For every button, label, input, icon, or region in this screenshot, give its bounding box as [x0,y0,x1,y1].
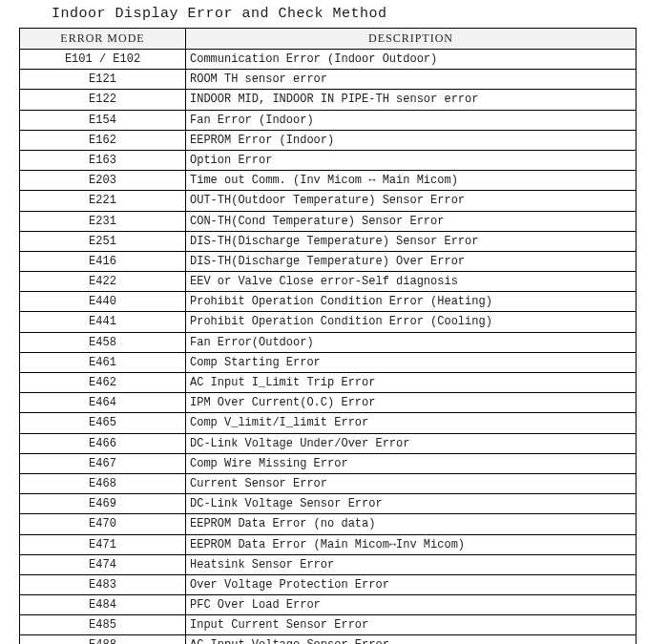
table-row: E122INDOOR MID, INDOOR IN PIPE-TH sensor… [20,90,637,110]
description-cell: DC-Link Voltage Under/Over Error [186,433,637,453]
description-cell: CON-TH(Cond Temperature) Sensor Error [186,211,637,231]
error-mode-cell: E163 [20,150,186,170]
error-mode-cell: E462 [20,373,186,393]
description-cell: EEPROM Data Error (no data) [186,514,637,534]
error-mode-cell: E440 [20,292,186,312]
error-mode-cell: E251 [20,231,186,251]
error-mode-cell: E122 [20,90,186,110]
col-header-mode: ERROR MODE [20,29,186,50]
table-row: E462AC Input I_Limit Trip Error [20,373,637,393]
table-row: E467Comp Wire Missing Error [20,453,637,473]
col-header-desc: DESCRIPTION [186,29,637,50]
table-row: E470EEPROM Data Error (no data) [20,514,637,534]
table-row: E458 Fan Error(Outdoor) [20,332,637,352]
table-row: E483Over Voltage Protection Error [20,574,637,594]
error-mode-cell: E469 [20,494,186,514]
error-mode-cell: E465 [20,413,186,433]
table-row: E121ROOM TH sensor error [20,70,637,90]
error-mode-cell: E458 [20,332,186,352]
error-mode-cell: E231 [20,211,186,231]
table-row: E101 / E102Communication Error (Indoor O… [20,50,637,70]
description-cell: DC-Link Voltage Sensor Error [186,494,637,514]
description-cell: Comp Wire Missing Error [186,453,637,473]
description-cell: DIS-TH(Discharge Temperature) Sensor Err… [186,231,637,251]
description-cell: AC Input I_Limit Trip Error [186,373,637,393]
description-cell: OUT-TH(Outdoor Temperature) Sensor Error [186,191,637,211]
error-mode-cell: E422 [20,272,186,292]
table-row: E469DC-Link Voltage Sensor Error [20,494,637,514]
table-row: E474Heatsink Sensor Error [20,554,637,574]
description-cell: ROOM TH sensor error [186,70,637,90]
error-mode-cell: E485 [20,615,186,635]
table-row: E465Comp V_limit/I_limit Error [20,413,637,433]
error-mode-cell: E121 [20,70,186,90]
description-cell: Over Voltage Protection Error [186,574,637,594]
error-mode-cell: E466 [20,433,186,453]
error-mode-cell: E483 [20,574,186,594]
table-row: E466DC-Link Voltage Under/Over Error [20,433,637,453]
error-mode-cell: E470 [20,514,186,534]
description-cell: Current Sensor Error [186,473,637,493]
error-mode-cell: E474 [20,554,186,574]
error-mode-cell: E467 [20,453,186,473]
table-body: E101 / E102Communication Error (Indoor O… [20,50,637,645]
table-row: E221OUT-TH(Outdoor Temperature) Sensor E… [20,191,637,211]
page-title: Indoor Display Error and Check Method [52,6,649,22]
error-mode-cell: E162 [20,130,186,150]
table-row: E440Prohibit Operation Condition Error (… [20,292,637,312]
table-row: E471EEPROM Data Error (Main Micom↔Inv Mi… [20,534,637,554]
error-mode-cell: E101 / E102 [20,50,186,70]
table-row: E162EEPROM Error (Indoor) [20,130,637,150]
table-row: E163Option Error [20,150,637,170]
error-mode-cell: E488 [20,635,186,644]
table-row: E485Input Current Sensor Error [20,615,637,635]
page: Indoor Display Error and Check Method ER… [0,0,668,644]
table-row: E154Fan Error (Indoor) [20,110,637,130]
table-row: E484PFC Over Load Error [20,595,637,615]
error-mode-cell: E203 [20,171,186,191]
table-header: ERROR MODE DESCRIPTION [20,29,637,50]
table-header-row: ERROR MODE DESCRIPTION [20,29,637,50]
description-cell: Option Error [186,150,637,170]
description-cell: Heatsink Sensor Error [186,554,637,574]
table-row: E488AC Input Voltage Sensor Error [20,635,637,644]
table-row: E441Prohibit Operation Condition Error (… [20,312,637,332]
description-cell: PFC Over Load Error [186,595,637,615]
description-cell: DIS-TH(Discharge Temperature) Over Error [186,251,637,271]
error-mode-cell: E464 [20,393,186,413]
description-cell: EEPROM Error (Indoor) [186,130,637,150]
table-row: E203Time out Comm. (Inv Micom ↔ Main Mic… [20,171,637,191]
description-cell: EEPROM Data Error (Main Micom↔Inv Micom) [186,534,637,554]
description-cell: INDOOR MID, INDOOR IN PIPE-TH sensor err… [186,90,637,110]
error-mode-cell: E221 [20,191,186,211]
error-mode-cell: E154 [20,110,186,130]
description-cell: Prohibit Operation Condition Error (Heat… [186,292,637,312]
description-cell: Comp Starting Error [186,352,637,372]
error-mode-cell: E461 [20,352,186,372]
error-mode-cell: E441 [20,312,186,332]
table-row: E464IPM Over Current(O.C) Error [20,393,637,413]
description-cell: AC Input Voltage Sensor Error [186,635,637,644]
table-row: E251DIS-TH(Discharge Temperature) Sensor… [20,231,637,251]
description-cell: Fan Error(Outdoor) [186,332,637,352]
description-cell: Comp V_limit/I_limit Error [186,413,637,433]
table-row: E416DIS-TH(Discharge Temperature) Over E… [20,251,637,271]
description-cell: IPM Over Current(O.C) Error [186,393,637,413]
error-mode-cell: E484 [20,595,186,615]
description-cell: Communication Error (Indoor Outdoor) [186,50,637,70]
description-cell: Time out Comm. (Inv Micom ↔ Main Micom) [186,171,637,191]
description-cell: Input Current Sensor Error [186,615,637,635]
table-row: E231CON-TH(Cond Temperature) Sensor Erro… [20,211,637,231]
table-row: E461Comp Starting Error [20,352,637,372]
error-mode-cell: E468 [20,473,186,493]
error-mode-cell: E416 [20,251,186,271]
description-cell: Fan Error (Indoor) [186,110,637,130]
table-row: E422EEV or Valve Close error-Self diagno… [20,272,637,292]
description-cell: EEV or Valve Close error-Self diagnosis [186,272,637,292]
error-mode-cell: E471 [20,534,186,554]
table-row: E468Current Sensor Error [20,473,637,493]
description-cell: Prohibit Operation Condition Error (Cool… [186,312,637,332]
error-table: ERROR MODE DESCRIPTION E101 / E102Commun… [19,28,637,644]
